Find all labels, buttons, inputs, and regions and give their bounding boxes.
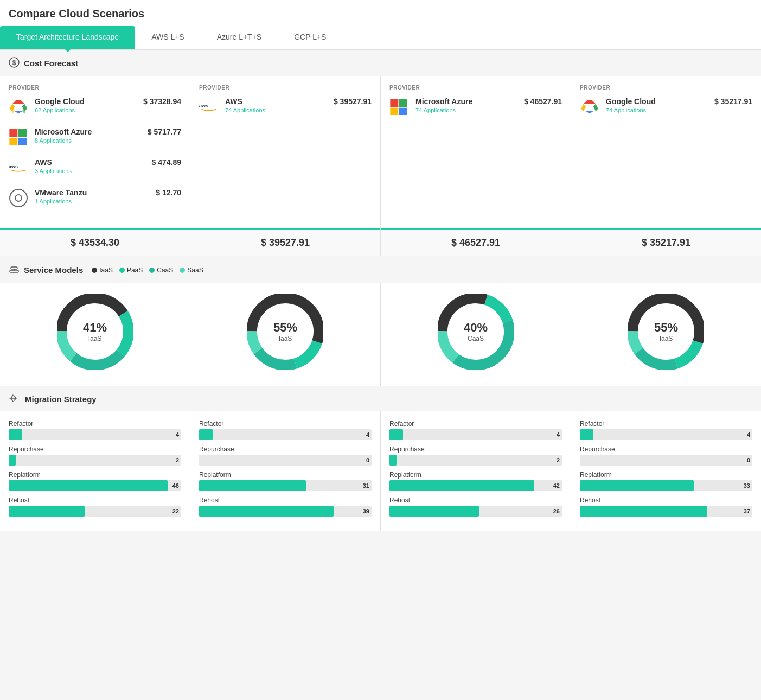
svg-text:aws: aws [199,103,208,109]
migration-col-2: Refactor 4 Repurchase 0 Replatform 31 Re… [190,411,380,531]
cost-col-1: PROVIDER Google Cloud 62 Applications $ … [0,76,190,227]
svg-point-7 [10,189,27,207]
azure-cost: $ 5717.77 [148,128,181,136]
migration-grid: Refactor 4 Repurchase 2 Replatform 46 Re… [0,411,761,531]
donut-col-2: 55% IaaS [190,283,380,386]
bar-fill-rehost-1 [9,506,85,517]
svg-rect-12 [390,108,398,115]
aws2-cost: $ 39527.91 [334,97,372,106]
bar-fill-repurchase-1 [9,455,16,466]
donut-2: 55% IaaS [247,294,323,370]
tab-aws[interactable]: AWS L+S [135,26,201,49]
legend-iaas: IaaS [92,266,113,274]
vmware-name: VMware Tanzu [35,188,156,197]
donut-grid: 41% IaaS 55% IaaS [0,283,761,386]
donut-4: 55% IaaS [628,294,704,370]
azure2-name: Microsoft Azure [415,97,524,106]
gcp2-name: Google Cloud [606,97,714,106]
gcp-cost: $ 37328.94 [143,97,181,106]
cost-forecast-grid: PROVIDER Google Cloud 62 Applications $ … [0,76,761,227]
svg-rect-4 [9,138,17,145]
legend-paas: PaaS [119,266,143,274]
svg-rect-14 [10,270,18,272]
donut-col-1: 41% IaaS [0,283,190,386]
legend-caas: CaaS [149,266,173,274]
cost-col-4: PROVIDER Google Cloud 74 Applications $ … [571,76,761,227]
migration-col-3: Refactor 4 Repurchase 2 Replatform 42 Re… [381,411,571,531]
provider-row-gcp: Google Cloud 62 Applications $ 37328.94 [9,97,181,117]
bar-replatform-1: Replatform 46 [9,471,181,491]
bar-refactor-1: Refactor 4 [9,420,181,440]
service-models-legend: IaaS PaaS CaaS SaaS [92,266,203,274]
vmware-cost: $ 12.70 [156,188,181,197]
page-title: Compare Cloud Scenarios [0,0,761,26]
bar-refactor-2: Refactor 4 [199,420,372,440]
service-models-title: Service Models [24,265,83,275]
bar-fill-refactor-2 [199,429,213,440]
gcp-logo [9,97,28,117]
svg-rect-11 [399,99,407,107]
provider-row-gcp2: Google Cloud 74 Applications $ 35217.91 [580,97,752,117]
aws-apps: 3 Applications [35,168,152,174]
bar-fill-rehost-2 [199,506,334,517]
bar-rehost-3: Rehost 26 [389,497,562,517]
svg-rect-3 [18,129,27,137]
bar-rehost-1: Rehost 22 [9,497,181,517]
migration-col-4: Refactor 4 Repurchase 0 Replatform 33 Re… [571,411,761,531]
caas-dot [149,268,155,273]
service-models-header: Service Models IaaS PaaS CaaS SaaS [0,257,761,283]
bar-repurchase-1: Repurchase 2 [9,446,181,466]
cost-col-2: PROVIDER aws AWS 74 Applications $ 39527… [190,76,380,227]
migration-header: Migration Strategy [0,387,761,411]
gcp-apps: 62 Applications [35,107,143,113]
bar-repurchase-2: Repurchase 0 [199,446,372,466]
bar-fill-refactor-1 [9,429,22,440]
bar-fill-rehost-3 [389,506,479,517]
bar-fill-rehost-4 [580,506,707,517]
gcp2-apps: 74 Applications [606,107,714,113]
bar-rehost-2: Rehost 39 [199,497,372,517]
cost-forecast-title: Cost Forecast [24,59,78,68]
aws-logo2: aws [199,97,219,117]
donut-3: 40% CaaS [438,294,514,370]
donut-4-center: 55% IaaS [654,321,678,342]
iaas-dot [92,268,97,273]
cost-forecast-header: $ Cost Forecast [0,50,761,76]
tabs-bar: Target Architecture Landscape AWS L+S Az… [0,26,761,50]
paas-dot [119,268,125,273]
bar-fill-replatform-1 [9,480,168,491]
donut-1: 41% IaaS [57,294,133,370]
migration-title: Migration Strategy [25,394,97,404]
donut-col-4: 55% IaaS [571,283,761,386]
svg-text:aws: aws [9,164,18,169]
tab-target[interactable]: Target Architecture Landscape [0,26,135,49]
gcp2-cost: $ 35217.91 [714,97,752,106]
service-models-icon [9,264,20,276]
bar-replatform-3: Replatform 42 [389,471,562,491]
dollar-icon: $ [9,57,20,69]
provider-row-aws: aws AWS 3 Applications $ 474.89 [9,158,181,177]
aws2-name: AWS [225,97,334,106]
gcp-name: Google Cloud [35,97,143,106]
provider-row-azure2: Microsoft Azure 74 Applications $ 46527.… [389,97,562,117]
svg-rect-2 [9,129,17,137]
azure2-cost: $ 46527.91 [524,97,562,106]
legend-saas: SaaS [180,266,203,274]
total-1: $ 43534.30 [0,228,190,256]
bar-fill-repurchase-3 [389,455,397,466]
bar-fill-replatform-2 [199,480,306,491]
azure-name: Microsoft Azure [35,128,148,136]
bar-replatform-4: Replatform 33 [580,471,752,491]
migration-icon [9,393,21,405]
provider-row-aws2: aws AWS 74 Applications $ 39527.91 [199,97,372,117]
aws2-apps: 74 Applications [225,107,334,113]
gcp-logo2 [580,97,599,117]
bar-replatform-2: Replatform 31 [199,471,372,491]
donut-1-center: 41% IaaS [83,321,107,342]
vmware-apps: 1 Applications [35,198,156,205]
tab-gcp[interactable]: GCP L+S [278,26,342,49]
saas-dot [180,268,185,273]
cost-col-3: PROVIDER Microsoft Azure 74 Applications… [381,76,571,227]
svg-rect-5 [18,138,27,145]
tab-azure[interactable]: Azure L+T+S [201,26,278,49]
